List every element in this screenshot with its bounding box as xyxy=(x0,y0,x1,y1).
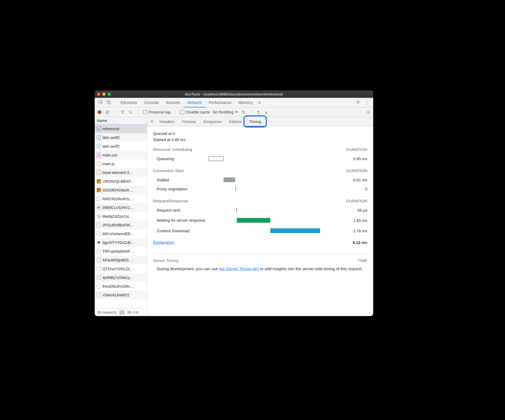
window-title: DevTools - localhost:8080/docs/devtools/… xyxy=(95,92,373,96)
settings-icon[interactable] xyxy=(356,100,360,106)
request-row[interactable]: Tlatin.woff2 xyxy=(95,142,147,151)
request-row[interactable]: 20E6CLcSzNV2… xyxy=(95,203,147,212)
timing-row: Request sent56 μs xyxy=(153,205,367,215)
detail-tab-response[interactable]: Response xyxy=(200,117,225,126)
more-options-icon[interactable]: ⋮ xyxy=(364,100,369,105)
record-button[interactable] xyxy=(97,110,102,114)
device-toolbar-icon[interactable] xyxy=(106,100,111,106)
request-row[interactable]: MadqZslZpo1sj… xyxy=(95,212,147,221)
close-details-icon[interactable]: × xyxy=(148,119,156,124)
request-row[interactable]: ◦main.js xyxy=(95,159,147,168)
tab-memory[interactable]: Memory xyxy=(235,98,256,107)
search-icon[interactable] xyxy=(128,110,133,115)
tab-sources[interactable]: Sources xyxy=(162,98,184,107)
svg-rect-2 xyxy=(109,101,110,104)
timing-row: Proxy negotiation0 xyxy=(153,184,367,193)
titlebar: DevTools - localhost:8080/docs/devtools/… xyxy=(95,90,373,98)
request-row[interactable]: ⋯h90CtfziXluvh1L… xyxy=(95,194,147,203)
tab-console[interactable]: Console xyxy=(141,98,162,107)
more-tabs-icon[interactable]: » xyxy=(256,100,263,105)
server-timing-api-link[interactable]: the Server Timing API xyxy=(219,266,259,271)
preserve-log-checkbox[interactable]: Preserve log xyxy=(143,110,170,114)
request-row[interactable]: Tlatin.woff2 xyxy=(95,133,147,142)
request-row[interactable]: O2slJEHG9avK… xyxy=(95,186,147,194)
detail-tab-timing[interactable]: Timing xyxy=(246,117,265,126)
svg-point-8 xyxy=(244,113,245,113)
transferred-size: 86.3 kI xyxy=(125,310,141,314)
name-column-header[interactable]: Name xyxy=(95,117,147,124)
request-row[interactable]: ⋯2P2L80XfBoFW… xyxy=(95,221,147,229)
clear-button[interactable] xyxy=(105,110,110,115)
queued-at: Queued at 0 xyxy=(153,131,367,136)
request-count: 59 requests xyxy=(95,310,119,314)
request-row[interactable]: ⋯AFacMOgv6D0… xyxy=(95,256,147,264)
svg-point-6 xyxy=(129,111,131,113)
request-list-sidebar: Name ≡reference/Tlatin.woff2Tlatin.woff2… xyxy=(95,117,147,316)
section-head-scheduling: Resource SchedulingDURATION xyxy=(153,147,367,152)
detail-tab-preview[interactable]: Preview xyxy=(178,117,200,126)
timing-row: Content Download2.76 ms xyxy=(153,226,367,235)
tab-network[interactable]: Network xyxy=(184,98,205,107)
request-row[interactable]: ⋯VSk4XiLkW8TZ xyxy=(95,291,147,299)
status-bar: 59 requests 86.3 kI xyxy=(95,308,147,316)
main-tabs-bar: ElementsConsoleSourcesNetworkPerformance… xyxy=(95,98,373,107)
section-head-request: Request/ResponseDURATION xyxy=(153,199,367,203)
throttling-select[interactable]: No throttling xyxy=(213,110,238,114)
network-settings-icon[interactable] xyxy=(366,110,371,115)
detail-tab-initiator[interactable]: Initiator xyxy=(225,117,246,126)
tab-elements[interactable]: Elements xyxy=(117,98,141,107)
download-har-icon[interactable] xyxy=(264,110,269,115)
request-row[interactable]: ◦base-element-3… xyxy=(95,168,147,177)
disable-cache-checkbox[interactable]: Disable cache xyxy=(180,110,210,114)
started-at: Started at 0.85 ms xyxy=(153,137,367,142)
server-timing-text: During development, you can use the Serv… xyxy=(153,266,367,272)
request-row[interactable]: ✻9gzXiTYY0nZzB… xyxy=(95,238,147,247)
devtools-window: DevTools - localhost:8080/docs/devtools/… xyxy=(95,90,373,316)
detail-tab-headers[interactable]: Headers xyxy=(156,117,178,126)
request-row[interactable]: ⋯TRFujw0pi0nHF… xyxy=(95,247,147,256)
request-row[interactable]: ≡reference/ xyxy=(95,124,147,133)
detail-tabs: × HeadersPreviewResponseInitiatorTiming xyxy=(147,117,373,126)
network-toolbar: Preserve log Disable cache No throttling xyxy=(95,107,373,117)
timing-row: Queueing0.85 ms xyxy=(153,154,367,163)
upload-har-icon[interactable] xyxy=(256,110,261,115)
details-pane: × HeadersPreviewResponseInitiatorTiming … xyxy=(147,117,373,316)
timing-row: Waiting for server response1.85 ms xyxy=(153,215,367,226)
svg-line-7 xyxy=(131,113,132,114)
svg-line-5 xyxy=(106,111,108,113)
filter-icon[interactable] xyxy=(120,110,125,115)
timing-row: Stalled0.61 ms xyxy=(153,175,367,184)
request-row[interactable]: ⋯MPcVmmemtEE… xyxy=(95,229,147,238)
request-row[interactable]: ✎main.css xyxy=(95,151,147,159)
request-row[interactable]: U5OHzQL4tEKF… xyxy=(95,177,147,186)
request-row[interactable]: ⋯QTDnaY32hLDi… xyxy=(95,264,147,273)
svg-point-11 xyxy=(368,111,369,113)
svg-point-3 xyxy=(358,101,359,103)
request-row[interactable]: ⋯lHvzbNUlrm2Mv… xyxy=(95,282,147,291)
total-time: 6.12 ms xyxy=(353,240,367,245)
request-row[interactable]: ⋯4pIMBj7zOAk1y… xyxy=(95,273,147,282)
tab-performance[interactable]: Performance xyxy=(205,98,235,107)
chevron-down-icon xyxy=(235,111,238,113)
server-timing-title: Server Timing xyxy=(153,258,179,263)
explanation-link[interactable]: Explanation xyxy=(153,240,175,245)
inspect-element-icon[interactable] xyxy=(98,100,103,106)
network-conditions-icon[interactable] xyxy=(241,110,246,115)
server-timing-time-label: TIME xyxy=(358,258,367,263)
section-head-connection: Connection StartDURATION xyxy=(153,168,367,173)
